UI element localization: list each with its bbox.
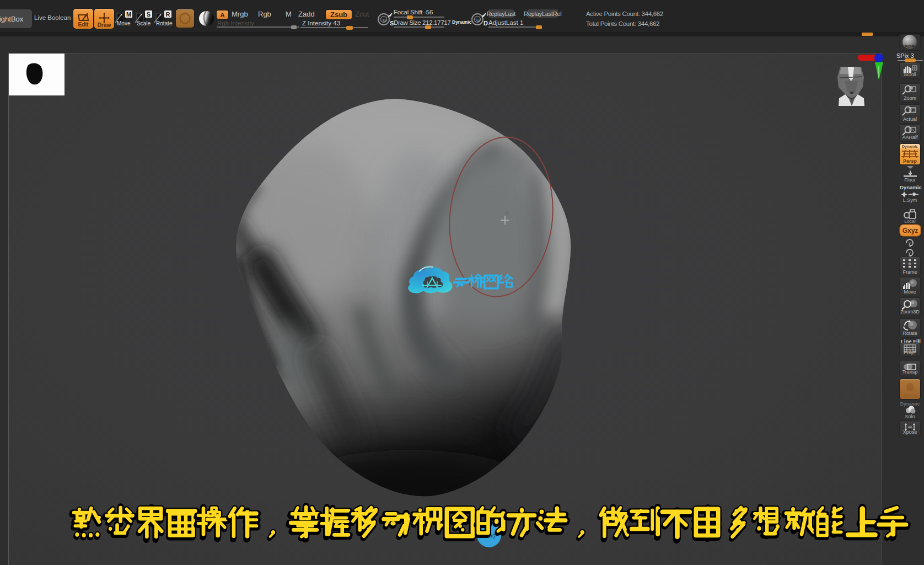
svg-text:BPR: BPR bbox=[904, 44, 915, 50]
svg-text:y: y bbox=[909, 241, 911, 246]
svg-text:y: y bbox=[909, 251, 911, 255]
